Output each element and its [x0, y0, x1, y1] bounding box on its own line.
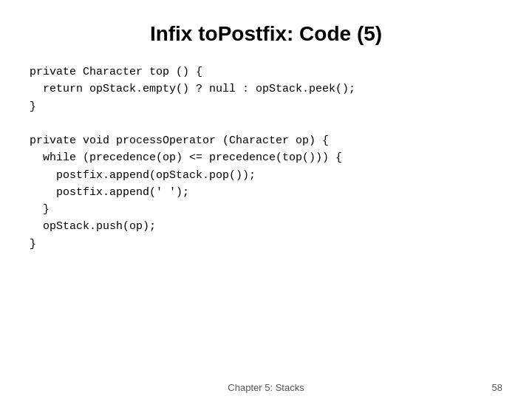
slide-title: Infix to​Postfix: Code (5) — [30, 22, 502, 46]
slide-container: Infix to​Postfix: Code (5) private Chara… — [0, 0, 532, 399]
footer-page-number: 58 — [492, 382, 502, 393]
footer-chapter-label: Chapter 5: Stacks — [228, 382, 304, 393]
code-method: top — [149, 66, 169, 78]
code-keyword: Character — [83, 66, 143, 78]
code-block: private Character top () { return opStac… — [30, 64, 502, 362]
